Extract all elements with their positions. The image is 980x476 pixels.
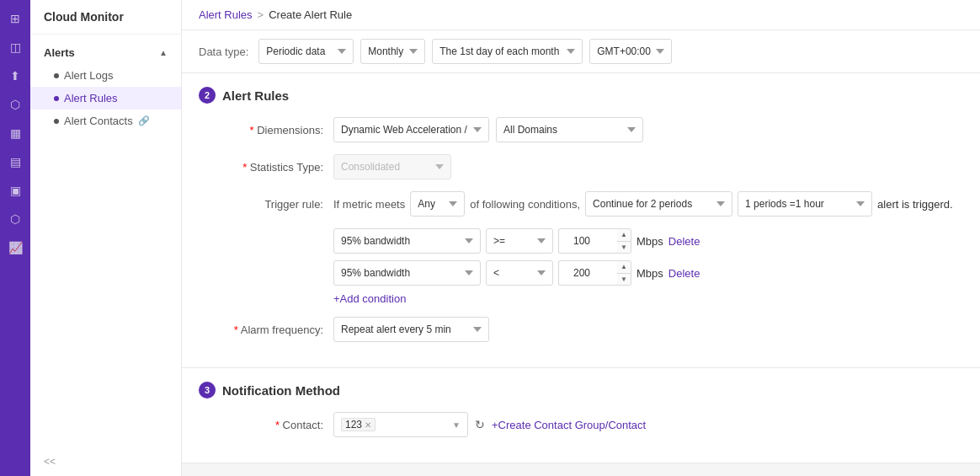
condition2-value-wrap: ▲ ▼ — [558, 260, 631, 286]
dimensions-row: Diemensions: Dynamic Web Acceleration / … — [199, 117, 963, 142]
app-title: Cloud Monitor — [30, 0, 181, 35]
alarm-freq-select[interactable]: Repeat alert every 5 min Repeat alert ev… — [333, 317, 489, 342]
dimensions-label: Diemensions: — [199, 124, 333, 136]
grid-icon[interactable]: ⊞ — [3, 7, 27, 30]
sidebar-item-alert-contacts[interactable]: Alert Contacts 🔗 — [30, 110, 181, 132]
condition2-spin-buttons: ▲ ▼ — [617, 260, 631, 286]
trigger-periods-select[interactable]: 1 periods =1 hour 2 periods =2 hours — [738, 191, 872, 217]
condition1-value-input[interactable] — [558, 228, 617, 254]
alert-rules-section: 2 Alert Rules Diemensions: Dynamic Web A… — [182, 73, 980, 368]
data-type-row: Data type: Periodic data Real-time data … — [182, 30, 980, 73]
alert-contacts-label: Alert Contacts — [64, 115, 133, 127]
content-area: Data type: Periodic data Real-time data … — [182, 30, 980, 476]
alert-triggered-text: alert is triggerd. — [877, 198, 953, 211]
data-type-label: Data type: — [199, 45, 248, 58]
condition1-operator-select[interactable]: >= <= > < — [486, 228, 553, 254]
link-icon: 🔗 — [138, 115, 150, 126]
day-select[interactable]: The 1st day of each month The last day o… — [432, 39, 583, 64]
alert-rules-title: Alert Rules — [222, 88, 289, 103]
condition2-delete-button[interactable]: Delete — [668, 267, 700, 280]
period-select[interactable]: Monthly Daily Hourly — [360, 39, 425, 64]
notification-title: Notification Method — [222, 383, 340, 398]
notification-num: 3 — [199, 382, 216, 398]
create-contact-link[interactable]: +Create Contact Group/Contact — [492, 419, 646, 431]
trigger-continue-select[interactable]: Continue for 2 periods Continue for 3 pe… — [585, 191, 732, 217]
dot-icon — [54, 96, 59, 101]
table-icon[interactable]: ▤ — [3, 150, 27, 174]
condition1-value-wrap: ▲ ▼ — [558, 228, 631, 254]
alert-logs-label: Alert Logs — [64, 69, 114, 82]
condition1-spin-up[interactable]: ▲ — [617, 229, 631, 242]
contact-tag-value: 123 — [345, 419, 362, 431]
grid2-icon[interactable]: ▦ — [3, 121, 27, 145]
box-icon[interactable]: ▣ — [3, 179, 27, 202]
contact-select[interactable]: 123 ✕ ▼ — [333, 412, 468, 437]
contact-input-wrap: 123 ✕ ▼ ↻ +Create Contact Group/Contact — [333, 412, 646, 437]
trigger-controls: If metric meets Any All of following con… — [333, 191, 953, 217]
trigger-row: Trigger rule: If metric meets Any All of… — [199, 191, 963, 217]
create-contact-label: +Create Contact Group/Contact — [492, 419, 646, 431]
condition-row-1: 95% bandwidth Average bandwidth Peak ban… — [333, 228, 963, 254]
alerts-section: Alerts ▲ Alert Logs Alert Rules Alert Co… — [30, 35, 181, 139]
alerts-label: Alerts — [44, 46, 75, 59]
condition2-operator-select[interactable]: >= <= > < — [486, 260, 553, 286]
dropdown-arrow-icon: ▼ — [452, 420, 461, 430]
dot-icon — [54, 73, 59, 78]
nodes2-icon[interactable]: ⬡ — [3, 207, 27, 231]
notification-section: 3 Notification Method Contact: 123 ✕ ▼ ↻ — [182, 368, 980, 463]
contact-row: Contact: 123 ✕ ▼ ↻ +Create Contact Group… — [199, 412, 963, 437]
nodes-icon[interactable]: ⬡ — [3, 93, 27, 116]
condition1-metric-select[interactable]: 95% bandwidth Average bandwidth Peak ban… — [333, 228, 481, 254]
add-condition-link[interactable]: +Add condition — [333, 292, 963, 305]
main-content: Alert Rules > Create Alert Rule Data typ… — [182, 0, 980, 476]
notification-title-row: 3 Notification Method — [199, 382, 963, 398]
statistics-select[interactable]: Consolidated Average Maximum — [333, 154, 451, 179]
breadcrumb-alert-rules[interactable]: Alert Rules — [199, 8, 253, 21]
contact-label: Contact: — [199, 419, 333, 431]
alarm-freq-row: Alarm frequency: Repeat alert every 5 mi… — [199, 317, 963, 342]
chart2-icon[interactable]: 📈 — [3, 236, 27, 259]
condition1-spin-down[interactable]: ▼ — [617, 242, 631, 254]
sidebar-item-alert-logs[interactable]: Alert Logs — [30, 64, 181, 87]
condition2-metric-select[interactable]: 95% bandwidth Average bandwidth Peak ban… — [333, 260, 481, 286]
alert-rules-label: Alert Rules — [64, 92, 118, 104]
alerts-section-header[interactable]: Alerts ▲ — [30, 41, 181, 64]
condition1-spin-buttons: ▲ ▼ — [617, 228, 631, 254]
dimensions-select1[interactable]: Dynamic Web Acceleration / CDN OSS — [333, 117, 489, 142]
trigger-if-text: If metric meets — [333, 198, 405, 211]
icon-bar: ⊞ ◫ ⬆ ⬡ ▦ ▤ ▣ ⬡ 📈 — [0, 0, 30, 476]
breadcrumb-separator: > — [258, 8, 264, 21]
condition2-value-input[interactable] — [558, 260, 617, 286]
alarm-freq-label: Alarm frequency: — [199, 324, 333, 336]
condition2-unit: Mbps — [636, 267, 663, 280]
condition2-spin-down[interactable]: ▼ — [617, 274, 631, 286]
chart-icon[interactable]: ◫ — [3, 35, 27, 59]
chevron-up-icon: ▲ — [159, 48, 168, 57]
section-title-row: 2 Alert Rules — [199, 87, 963, 104]
condition1-unit: Mbps — [636, 235, 663, 248]
contact-tag-123: 123 ✕ — [341, 418, 375, 431]
contact-tag-close[interactable]: ✕ — [365, 420, 371, 430]
section-num: 2 — [199, 87, 216, 104]
condition-row-2: 95% bandwidth Average bandwidth Peak ban… — [333, 260, 963, 286]
timezone-select[interactable]: GMT+00:00 GMT+08:00 — [589, 39, 672, 64]
sidebar-item-alert-rules[interactable]: Alert Rules — [30, 87, 181, 110]
dimensions-select2[interactable]: All Domains Domain 1 Domain 2 — [496, 117, 643, 142]
dot-icon — [54, 119, 59, 124]
refresh-icon[interactable]: ↻ — [475, 418, 485, 431]
condition1-delete-button[interactable]: Delete — [668, 235, 700, 248]
sidebar: Cloud Monitor Alerts ▲ Alert Logs Alert … — [30, 0, 182, 476]
trigger-label: Trigger rule: — [199, 198, 333, 211]
collapse-button[interactable]: << — [30, 447, 181, 476]
upload-icon[interactable]: ⬆ — [3, 64, 27, 88]
statistics-label: Statistics Type: — [199, 161, 333, 174]
trigger-any-select[interactable]: Any All — [410, 191, 465, 217]
breadcrumb: Alert Rules > Create Alert Rule — [182, 0, 980, 30]
trigger-following-text: of following conditions, — [470, 198, 580, 211]
breadcrumb-current: Create Alert Rule — [269, 8, 352, 21]
condition2-spin-up[interactable]: ▲ — [617, 261, 631, 274]
data-type-select[interactable]: Periodic data Real-time data — [258, 39, 354, 64]
statistics-row: Statistics Type: Consolidated Average Ma… — [199, 154, 963, 179]
